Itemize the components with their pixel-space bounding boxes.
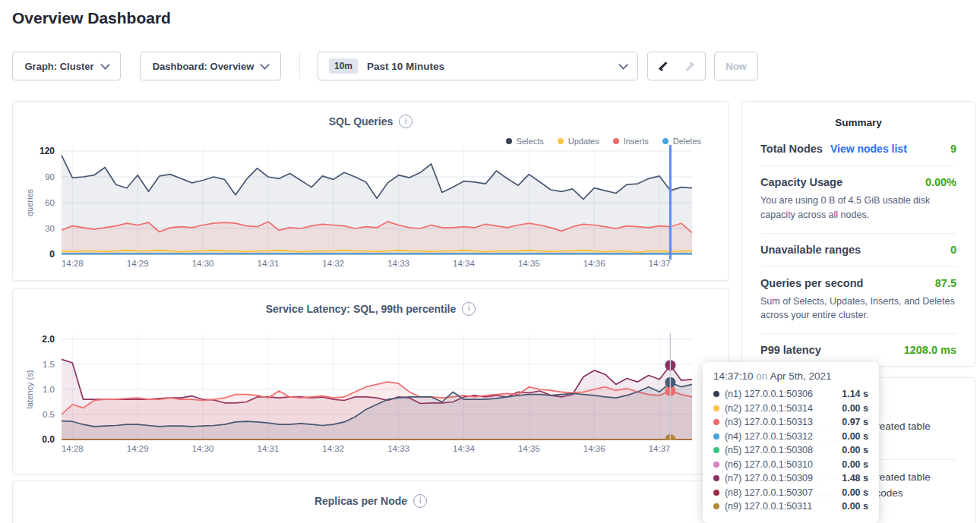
time-range-label: Past 10 Minutes: [367, 61, 444, 72]
total-nodes-label: Total Nodes: [760, 143, 823, 155]
svg-text:14:35: 14:35: [518, 259, 540, 268]
series-color-dot: [713, 462, 719, 468]
capacity-usage-description: You are using 0 B of 4.5 GiB usable disk…: [760, 194, 956, 222]
svg-text:60: 60: [45, 198, 55, 207]
unavailable-ranges-label: Unavailable ranges: [760, 244, 861, 256]
info-icon[interactable]: i: [413, 494, 427, 508]
tooltip-node-label: (n6) 127.0.0.1:50310: [725, 459, 836, 470]
tooltip-node-value: 0.97 s: [842, 417, 868, 427]
chevron-down-icon: [100, 60, 110, 70]
tooltip-node-row: (n3) 127.0.0.1:503130.97 s: [713, 415, 868, 430]
svg-text:14:33: 14:33: [387, 259, 409, 268]
series-color-dot: [713, 391, 719, 397]
chevron-left-icon: [659, 61, 669, 71]
tooltip-node-row: (n9) 127.0.0.1:503110.00 s: [713, 499, 868, 514]
time-range-selector[interactable]: 10m Past 10 Minutes: [318, 52, 638, 80]
summary-row-total-nodes: Total Nodes View nodes list 9: [760, 133, 956, 166]
capacity-usage-value: 0.00%: [925, 176, 956, 188]
tooltip-node-label: (n8) 127.0.0.1:50307: [725, 487, 836, 498]
tooltip-node-label: (n1) 127.0.0.1:50306: [725, 389, 836, 399]
tooltip-node-row: (n6) 127.0.0.1:503100.00 s: [713, 458, 868, 472]
info-icon[interactable]: i: [462, 302, 476, 316]
svg-text:120: 120: [40, 146, 55, 156]
now-button[interactable]: Now: [714, 52, 758, 80]
svg-text:queries: queries: [25, 188, 34, 216]
chevron-down-icon: [260, 60, 270, 70]
series-color-dot: [713, 419, 719, 425]
svg-text:14:30: 14:30: [192, 444, 214, 453]
service-latency-chart[interactable]: 0.00.51.01.52.014:2814:2914:3014:3114:32…: [22, 326, 721, 459]
svg-text:14:33: 14:33: [387, 444, 409, 453]
queries-per-second-value: 87.5: [935, 277, 956, 289]
tooltip-node-value: 1.14 s: [842, 389, 868, 399]
chevron-right-icon: [684, 61, 694, 71]
svg-text:0: 0: [49, 249, 55, 260]
summary-row-unavailable-ranges: Unavailable ranges 0: [760, 234, 956, 267]
tooltip-node-row: (n2) 127.0.0.1:503140.00 s: [713, 402, 868, 416]
svg-text:0.0: 0.0: [42, 434, 55, 445]
tooltip-node-value: 0.00 s: [842, 403, 868, 414]
series-color-dot: [713, 503, 719, 509]
p99-latency-value: 1208.0 ms: [904, 344, 956, 356]
svg-text:14:31: 14:31: [258, 259, 280, 268]
unavailable-ranges-value: 0: [950, 244, 956, 256]
time-range-badge: 10m: [329, 58, 358, 74]
svg-text:14:32: 14:32: [322, 259, 344, 268]
tooltip-node-value: 0.00 s: [842, 487, 868, 498]
chart-title-replicas-per-node: Replicas per Node: [315, 495, 407, 507]
tooltip-node-label: (n3) 127.0.0.1:50313: [725, 417, 836, 427]
series-color-dot: [713, 433, 719, 440]
tooltip-node-value: 0.00 s: [842, 445, 868, 455]
svg-text:14:28: 14:28: [62, 259, 84, 268]
summary-panel: Summary Total Nodes View nodes list 9 Ca…: [741, 101, 975, 367]
summary-title: Summary: [760, 102, 956, 133]
view-nodes-list-link[interactable]: View nodes list: [830, 143, 907, 155]
sql-queries-chart[interactable]: 030609012014:2814:2914:3014:3114:3214:33…: [22, 140, 721, 273]
dashboard-dropdown[interactable]: Dashboard: Overview: [140, 52, 281, 80]
dashboard-dropdown-label: Dashboard: Overview: [153, 61, 254, 72]
svg-text:14:29: 14:29: [127, 444, 149, 453]
svg-text:14:32: 14:32: [322, 444, 344, 453]
tooltip-node-value: 0.00 s: [842, 501, 868, 512]
overview-dashboard-page: Overview Dashboard Graph: Cluster Dashbo…: [0, 0, 980, 523]
chart-title-sql-queries: SQL Queries: [329, 115, 394, 128]
queries-per-second-label: Queries per second: [760, 277, 863, 289]
svg-text:2.0: 2.0: [42, 334, 55, 345]
svg-text:14:37: 14:37: [649, 444, 671, 453]
tooltip-node-row: (n7) 127.0.0.1:503091.48 s: [713, 471, 868, 486]
chart-hover-tooltip: 14:37:10 on Apr 5th, 2021 (n1) 127.0.0.1…: [703, 362, 879, 523]
tooltip-node-label: (n7) 127.0.0.1:50309: [725, 473, 836, 484]
graph-dropdown[interactable]: Graph: Cluster: [12, 52, 121, 80]
svg-text:14:36: 14:36: [583, 444, 605, 453]
svg-text:latency (s): latency (s): [25, 370, 34, 409]
tooltip-node-row: (n8) 127.0.0.1:503070.00 s: [713, 486, 868, 500]
summary-row-queries-per-second: Queries per second 87.5 Sum of Selects, …: [760, 267, 956, 335]
svg-text:14:34: 14:34: [453, 259, 475, 268]
tooltip-timestamp: 14:37:10 on Apr 5th, 2021: [713, 370, 868, 382]
tooltip-node-value: 0.00 s: [842, 431, 868, 442]
svg-text:90: 90: [45, 172, 55, 181]
capacity-usage-label: Capacity Usage: [760, 176, 842, 188]
next-time-button[interactable]: [676, 52, 706, 80]
replicas-per-node-chart-card: Replicas per Node i: [12, 480, 729, 523]
series-color-dot: [713, 490, 719, 496]
summary-row-capacity-usage: Capacity Usage 0.00% You are using 0 B o…: [760, 166, 956, 234]
service-latency-chart-card: Service Latency: SQL, 99th percentile i …: [12, 288, 729, 474]
svg-text:14:28: 14:28: [62, 444, 84, 453]
series-color-dot: [713, 475, 719, 481]
info-icon[interactable]: i: [399, 115, 413, 128]
page-title: Overview Dashboard: [12, 9, 171, 27]
svg-text:0.5: 0.5: [43, 410, 55, 419]
chevron-down-icon: [618, 60, 628, 70]
p99-latency-label: P99 latency: [760, 344, 821, 356]
total-nodes-value: 9: [950, 143, 956, 155]
svg-text:30: 30: [45, 224, 55, 233]
series-color-dot: [713, 447, 719, 453]
chart-title-service-latency: Service Latency: SQL, 99th percentile: [266, 303, 457, 315]
tooltip-node-value: 1.48 s: [842, 473, 868, 484]
svg-text:14:34: 14:34: [453, 444, 475, 453]
prev-time-button[interactable]: [647, 52, 677, 80]
graph-dropdown-label: Graph: Cluster: [24, 61, 93, 72]
svg-text:1.0: 1.0: [43, 385, 55, 394]
svg-text:14:35: 14:35: [518, 444, 540, 453]
